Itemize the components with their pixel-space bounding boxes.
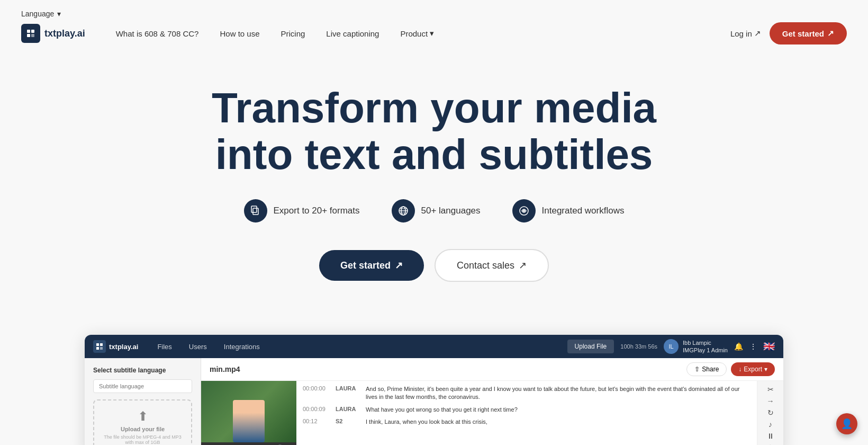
features-row: Export to 20+ formats 50+ languages bbox=[21, 199, 847, 222]
app-logo-icon-small bbox=[93, 340, 106, 353]
table-row: 00:00:00 LAURA And so, Prime Minister, i… bbox=[303, 385, 751, 402]
language-bar: Language ▾ bbox=[0, 0, 868, 22]
usage-display: 100h 33m 56s bbox=[620, 343, 657, 350]
video-controls[interactable]: ▶ 1:09 / 3:01 🔊 ⛶ bbox=[201, 442, 296, 445]
more-options[interactable]: ⋮ bbox=[749, 342, 757, 351]
svg-rect-16 bbox=[100, 347, 103, 350]
transcript-speaker: S2 bbox=[336, 418, 359, 426]
tool-arrow-right[interactable]: → bbox=[763, 397, 778, 405]
tool-cut[interactable]: ✂ bbox=[763, 385, 778, 394]
upload-area[interactable]: ⬆ Upload your file The file should be MP… bbox=[93, 399, 192, 445]
tool-pause[interactable]: ⏸ bbox=[763, 432, 778, 440]
login-icon: ↗ bbox=[754, 29, 761, 38]
subtitle-language-input[interactable] bbox=[93, 379, 192, 393]
transcript-time: 00:00:00 bbox=[303, 385, 329, 402]
notification-bell[interactable]: 🔔 bbox=[734, 342, 743, 351]
tool-music[interactable]: ♪ bbox=[763, 420, 778, 429]
upload-file-button[interactable]: Upload File bbox=[567, 340, 614, 353]
svg-rect-13 bbox=[96, 343, 99, 346]
app-preview: txtplay.ai Files Users Integrations Uplo… bbox=[85, 335, 783, 445]
app-nav-users[interactable]: Users bbox=[180, 335, 215, 358]
languages-label: 50+ languages bbox=[421, 206, 481, 216]
upload-title: Upload your file bbox=[103, 426, 183, 432]
language-flag[interactable]: 🇬🇧 bbox=[763, 341, 775, 352]
transcript-text[interactable]: And so, Prime Minister, it's been quite … bbox=[366, 385, 751, 402]
transcript-text[interactable]: What have you got wrong so that you get … bbox=[366, 406, 751, 414]
svg-rect-2 bbox=[27, 34, 30, 37]
app-main: min.mp4 ⇧ Share ↓ Export ▾ bbox=[201, 358, 783, 445]
language-chevron: ▾ bbox=[57, 10, 61, 18]
export-icon bbox=[244, 199, 267, 222]
workflows-icon bbox=[512, 199, 536, 222]
svg-rect-14 bbox=[100, 343, 103, 346]
get-started-button[interactable]: Get started ↗ bbox=[770, 22, 847, 44]
app-sidebar: Select subtitle language ⬆ Upload your f… bbox=[85, 358, 201, 445]
contact-sales-button[interactable]: Contact sales ↗ bbox=[435, 249, 549, 282]
app-nav-integrations[interactable]: Integrations bbox=[215, 335, 268, 358]
nav-item-what-is[interactable]: What is 608 & 708 CC? bbox=[106, 25, 209, 42]
login-link[interactable]: Log in ↗ bbox=[730, 29, 761, 38]
export-down-icon: ↓ bbox=[738, 366, 742, 373]
hero-title: Transform your media into text and subti… bbox=[196, 85, 672, 178]
transcript-speaker: LAURA bbox=[336, 385, 359, 402]
chat-icon: 👤 bbox=[841, 418, 853, 430]
cta-row: Get started ↗ Contact sales ↗ bbox=[21, 249, 847, 282]
user-details: Ibb Lampic IMGPlay 1 Admin bbox=[683, 339, 728, 354]
floating-chat-badge[interactable]: 👤 bbox=[836, 413, 857, 434]
share-icon: ⇧ bbox=[694, 366, 700, 373]
nav-item-pricing[interactable]: Pricing bbox=[272, 25, 315, 42]
svg-rect-15 bbox=[96, 347, 99, 350]
transcript-speaker: LAURA bbox=[336, 406, 359, 414]
language-selector[interactable]: Language ▾ bbox=[21, 10, 61, 18]
video-person-silhouette bbox=[233, 400, 265, 442]
app-content: Select subtitle language ⬆ Upload your f… bbox=[85, 358, 783, 445]
user-avatar: IL bbox=[664, 339, 679, 354]
upload-hint: The file should be MPEG-4 and MP3 with m… bbox=[103, 434, 183, 445]
nav-item-product[interactable]: Product ▾ bbox=[391, 24, 444, 42]
user-info: IL Ibb Lampic IMGPlay 1 Admin bbox=[664, 339, 728, 354]
main-nav: txtplay.ai What is 608 & 708 CC? How to … bbox=[0, 22, 868, 53]
primary-cta-icon: ↗ bbox=[395, 260, 403, 271]
file-name: min.mp4 bbox=[210, 365, 240, 373]
nav-links: What is 608 & 708 CC? How to use Pricing… bbox=[106, 24, 730, 42]
feature-export: Export to 20+ formats bbox=[244, 199, 360, 222]
svg-rect-1 bbox=[31, 30, 34, 33]
upload-icon: ⬆ bbox=[103, 409, 183, 424]
secondary-cta-icon: ↗ bbox=[519, 260, 527, 271]
svg-rect-5 bbox=[253, 208, 258, 215]
nav-item-live-captioning[interactable]: Live captioning bbox=[317, 25, 388, 42]
languages-icon bbox=[392, 199, 415, 222]
svg-point-12 bbox=[523, 210, 525, 212]
app-nav-files[interactable]: Files bbox=[149, 335, 180, 358]
table-row: 00:00:09 LAURA What have you got wrong s… bbox=[303, 406, 751, 414]
nav-item-how-to-use[interactable]: How to use bbox=[210, 25, 269, 42]
app-topbar: txtplay.ai Files Users Integrations Uplo… bbox=[85, 335, 783, 358]
export-label: Export to 20+ formats bbox=[274, 206, 360, 216]
language-label: Language bbox=[21, 10, 54, 18]
hero-get-started-button[interactable]: Get started ↗ bbox=[319, 250, 424, 281]
video-panel: ▶ 1:09 / 3:01 🔊 ⛶ bbox=[201, 381, 296, 445]
logo-icon bbox=[21, 24, 40, 43]
feature-workflows: Integrated workflows bbox=[512, 199, 625, 222]
svg-rect-4 bbox=[251, 206, 257, 212]
logo[interactable]: txtplay.ai bbox=[21, 24, 85, 43]
app-logo-small: txtplay.ai bbox=[93, 340, 138, 353]
svg-rect-3 bbox=[31, 34, 34, 37]
table-row: 00:12 S2 I think, Laura, when you look b… bbox=[303, 418, 751, 426]
nav-right: Log in ↗ Get started ↗ bbox=[730, 22, 847, 44]
file-bar: min.mp4 ⇧ Share ↓ Export ▾ bbox=[201, 358, 783, 381]
transcript-time: 00:00:09 bbox=[303, 406, 329, 414]
export-chevron: ▾ bbox=[764, 366, 767, 373]
workflows-label: Integrated workflows bbox=[542, 206, 625, 216]
tool-loop[interactable]: ↻ bbox=[763, 408, 778, 417]
app-editor: ▶ 1:09 / 3:01 🔊 ⛶ 00:00:00 LAURA And so,… bbox=[201, 381, 783, 445]
transcript-panel: 00:00:00 LAURA And so, Prime Minister, i… bbox=[296, 381, 757, 445]
share-button[interactable]: ⇧ Share bbox=[686, 362, 727, 376]
feature-languages: 50+ languages bbox=[392, 199, 481, 222]
export-button[interactable]: ↓ Export ▾ bbox=[731, 362, 775, 376]
toolbar-panel: ✂ → ↻ ♪ ⏸ ⚙ T ℹ bbox=[757, 381, 783, 445]
svg-rect-0 bbox=[27, 30, 30, 33]
transcript-time: 00:12 bbox=[303, 418, 329, 426]
transcript-text[interactable]: I think, Laura, when you look back at th… bbox=[366, 418, 751, 426]
product-chevron: ▾ bbox=[430, 29, 434, 38]
